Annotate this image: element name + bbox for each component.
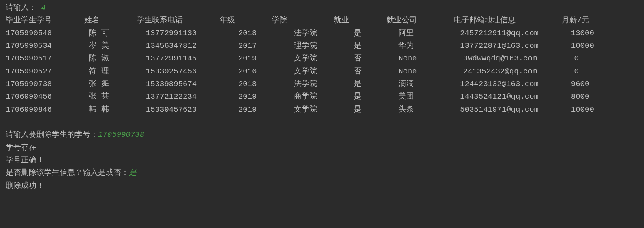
table-row: 1705990534 岑 美 13456347812 2017 理学院 是 华为… bbox=[6, 40, 638, 52]
table-row: 1705990738 张 舞 15339895674 2018 法学院 是 滴滴… bbox=[6, 78, 638, 90]
confirm-prompt-line: 是否删除该学生信息？输入是或否：是 bbox=[6, 167, 638, 179]
table-row: 1705990517 陈 淑 13772991145 2019 文学院 否 No… bbox=[6, 52, 638, 65]
blank-line bbox=[6, 116, 638, 129]
prompt-value[interactable]: 4 bbox=[41, 3, 45, 12]
delete-prompt-value[interactable]: 1705990738 bbox=[98, 130, 144, 139]
prompt-input-line: 请输入： 4 bbox=[6, 2, 638, 14]
delete-prompt-line: 请输入要删除学生的学号：1705990738 bbox=[6, 129, 638, 141]
msg-correct: 学号正确！ bbox=[6, 154, 638, 167]
table-header-row: 毕业学生学号 姓名 学生联系电话 年级 学院 就业 就业公司 电子邮箱地址信息 … bbox=[6, 14, 638, 27]
table-row: 1706990846 韩 韩 15339457623 2019 文学院 是 头条… bbox=[6, 103, 638, 116]
table-body: 1705990548 陈 可 13772991130 2018 法学院 是 阿里… bbox=[6, 27, 638, 116]
table-row: 1705990548 陈 可 13772991130 2018 法学院 是 阿里… bbox=[6, 27, 638, 40]
table-row: 1706990456 张 莱 13772122234 2019 商学院 是 美团… bbox=[6, 90, 638, 103]
confirm-prompt-label: 是否删除该学生信息？输入是或否： bbox=[6, 168, 129, 177]
prompt-label: 请输入： bbox=[6, 3, 36, 12]
delete-prompt-label: 请输入要删除学生的学号： bbox=[6, 130, 98, 139]
confirm-prompt-value[interactable]: 是 bbox=[129, 168, 137, 177]
table-row: 1705990527 符 理 15339257456 2016 文学院 否 No… bbox=[6, 65, 638, 78]
msg-exists: 学号存在 bbox=[6, 142, 638, 154]
msg-success: 删除成功！ bbox=[6, 180, 638, 192]
